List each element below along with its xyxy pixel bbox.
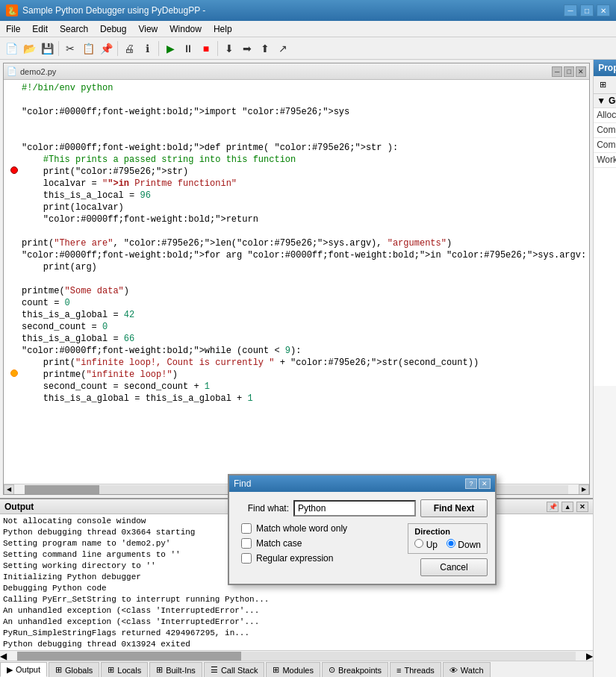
code-line: print(localvar)	[4, 202, 589, 214]
breakpoint-col[interactable]	[7, 166, 22, 174]
tab-label: Breakpoints	[338, 666, 382, 675]
output-tab-call-stack[interactable]: ☰Call Stack	[204, 662, 265, 677]
code-minimize[interactable]: ─	[552, 66, 562, 77]
toolbar-run[interactable]: ▶	[162, 40, 178, 57]
match-whole-word-label: Match whole word only	[256, 523, 347, 534]
section-collapse-icon[interactable]: ▼	[597, 96, 606, 106]
output-hscrollbar[interactable]: ◀ ▶	[0, 650, 593, 661]
menu-item-view[interactable]: View	[132, 22, 164, 36]
output-tab-watch[interactable]: 👁Watch	[443, 662, 491, 677]
output-pin[interactable]: 📌	[547, 502, 559, 512]
minimize-button[interactable]: ─	[564, 4, 577, 16]
code-line-text	[22, 119, 27, 129]
find-title: Find	[234, 478, 251, 489]
toolbar-print[interactable]: 🖨	[121, 40, 137, 57]
find-help-button[interactable]: ?	[465, 478, 477, 489]
code-line: localvar = "">in Printme functionin"	[4, 178, 589, 190]
find-cancel-button[interactable]: Cancel	[420, 558, 488, 576]
menu-item-window[interactable]: Window	[164, 22, 208, 36]
toolbar-pause[interactable]: ⏸	[180, 40, 196, 57]
find-close-button[interactable]: ✕	[479, 478, 491, 489]
code-close[interactable]: ✕	[576, 66, 586, 77]
output-scroll-track[interactable]	[17, 652, 576, 661]
output-scroll-right[interactable]: ▶	[586, 651, 593, 661]
output-scroll-thumb[interactable]	[17, 652, 241, 661]
toolbar-step-out[interactable]: ⬆	[257, 40, 273, 57]
code-line-text: #This prints a passed string into this f…	[22, 155, 296, 165]
output-close[interactable]: ✕	[576, 502, 588, 512]
toolbar-copy[interactable]: 📋	[80, 40, 96, 57]
maximize-button[interactable]: □	[580, 4, 594, 16]
match-case-checkbox[interactable]	[241, 538, 252, 549]
app-icon: 🐍	[6, 4, 18, 16]
file-tab[interactable]: 📄 demo2.py	[7, 66, 56, 76]
code-maximize[interactable]: □	[564, 66, 574, 77]
tab-icon: ⊞	[156, 665, 163, 675]
output-tab-globals[interactable]: ⊞Globals	[49, 662, 99, 677]
tab-label: Call Stack	[221, 666, 258, 675]
menu-item-debug[interactable]: Debug	[94, 22, 132, 36]
close-button[interactable]: ✕	[597, 4, 610, 16]
toolbar-info[interactable]: ℹ	[139, 40, 155, 57]
output-tab-built-ins[interactable]: ⊞Built-Ins	[149, 662, 202, 677]
breakpoint-col[interactable]	[7, 369, 22, 377]
match-whole-word-checkbox[interactable]	[241, 523, 252, 534]
toolbar-stop[interactable]: ■	[198, 40, 214, 57]
props-row-label: Command Argu...	[594, 138, 616, 152]
output-scroll-left[interactable]: ◀	[0, 651, 7, 661]
output-tab-modules[interactable]: ⊞Modules	[266, 662, 320, 677]
down-radio[interactable]	[447, 539, 455, 548]
find-what-label: Find what:	[237, 503, 289, 514]
menubar: FileEditSearchDebugViewWindowHelp	[0, 21, 616, 37]
toolbar-save[interactable]: 💾	[39, 40, 55, 57]
toolbar-paste[interactable]: 📌	[98, 40, 114, 57]
code-line: "color:#0000ff;font-weight:bold;">def pr…	[4, 143, 589, 155]
match-case-option: Match case	[241, 538, 347, 549]
find-what-input[interactable]	[293, 500, 416, 517]
output-line: An unhandled exception (<class 'Interrup…	[3, 605, 590, 617]
output-tab-output[interactable]: ▶Output	[0, 662, 47, 677]
menu-item-edit[interactable]: Edit	[26, 22, 54, 36]
props-sort-cat[interactable]: ⊞	[595, 78, 610, 92]
scroll-left[interactable]: ◀	[4, 484, 14, 495]
code-line-text: printme("infinite loop!")	[22, 369, 178, 380]
code-line-text: #!/bin/env python	[22, 83, 113, 93]
code-line-text: localvar = "">in Printme functionin"	[22, 178, 237, 189]
output-tab-breakpoints[interactable]: ⊙Breakpoints	[322, 662, 388, 677]
toolbar-sep1	[58, 41, 59, 56]
toolbar-run-to-cursor[interactable]: ↗	[275, 40, 291, 57]
code-line-text: printme("Some data")	[22, 286, 129, 296]
tab-label: Modules	[282, 666, 314, 675]
toolbar-new[interactable]: 📄	[3, 40, 19, 57]
toolbar-sep4	[217, 41, 218, 56]
output-tab-locals[interactable]: ⊞Locals	[101, 662, 148, 677]
tab-label: Threads	[405, 666, 435, 675]
toolbar-open[interactable]: 📂	[21, 40, 37, 57]
menu-item-file[interactable]: File	[0, 22, 26, 36]
code-line	[4, 226, 589, 238]
toolbar-step-into[interactable]: ⬇	[221, 40, 237, 57]
output-title: Output	[4, 502, 34, 512]
output-float[interactable]: ▲	[561, 502, 573, 512]
regex-checkbox[interactable]	[241, 553, 252, 564]
scroll-thumb[interactable]	[25, 485, 99, 494]
code-line-text: print(arg)	[22, 262, 97, 272]
code-line: #This prints a passed string into this f…	[4, 155, 589, 166]
menu-item-help[interactable]: Help	[208, 22, 238, 36]
scroll-right[interactable]: ▶	[579, 484, 589, 495]
find-options: Match whole word only Match case Regular…	[241, 523, 347, 576]
toolbar-cut[interactable]: ✂	[62, 40, 78, 57]
section-label: General	[609, 96, 616, 106]
output-tab-threads[interactable]: ≡Threads	[390, 662, 441, 677]
code-line: "color:#0000ff;font-weight:bold;">for ar…	[4, 250, 589, 262]
code-line	[4, 119, 589, 131]
menu-item-search[interactable]: Search	[54, 22, 94, 36]
toolbar-step-over[interactable]: ➡	[239, 40, 255, 57]
code-content[interactable]: #!/bin/env python "color:#0000ff;font-we…	[4, 80, 589, 484]
tab-icon: ⊞	[273, 665, 279, 675]
tab-label: Built-Ins	[166, 666, 196, 675]
breakpoint-orange	[10, 369, 18, 377]
props-sort-alpha[interactable]: ↕	[612, 78, 616, 92]
up-radio[interactable]	[414, 539, 423, 548]
find-next-button[interactable]: Find Next	[420, 499, 488, 517]
